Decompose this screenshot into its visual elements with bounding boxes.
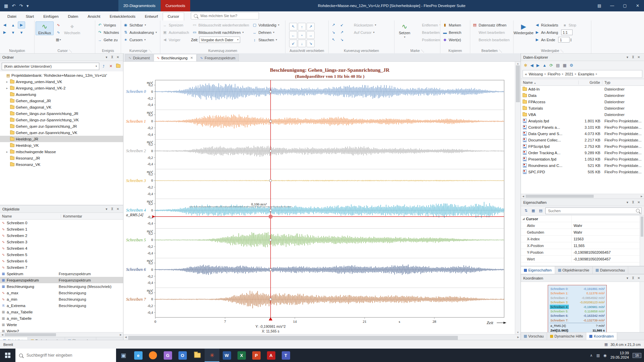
scroll-down-icon[interactable]: ▼ <box>517 331 519 334</box>
folder-tree-item[interactable]: Resonanz_JR <box>0 155 123 161</box>
folder-tree-item[interactable]: Heeldrop_VK <box>0 142 123 148</box>
breadcrumb[interactable]: «Weisang▸FlexPro▸2021▸Examples▸ <box>523 70 642 78</box>
chart-hscrollbar[interactable]: ◀ ▶ <box>123 334 521 340</box>
list-view-icon[interactable]: ▤ <box>556 63 559 68</box>
new-folder-icon[interactable] <box>115 64 121 68</box>
teams-icon[interactable]: T <box>278 349 293 362</box>
ribbon-button-positionieren[interactable]: Positionieren <box>415 36 440 43</box>
object-list-row[interactable]: ▦SpektrumFrequenzspektrum <box>0 270 123 277</box>
spin-down-icon[interactable]: ▼ <box>570 40 572 42</box>
ribbon-icon-button[interactable]: ∿ <box>55 29 62 36</box>
scroll-up-icon[interactable]: ▲ <box>517 62 519 65</box>
panel-close-icon[interactable]: ✕ <box>115 55 121 59</box>
folder-tree-item[interactable]: ▸Anregung_unten-Hand_VK <box>0 78 123 85</box>
object-list-row[interactable]: ▦BeschleunigungBeschleunigung (Messschri… <box>0 283 123 290</box>
ribbon-button-bereich-bearbeiten[interactable]: Bereich bearbeiten <box>471 36 511 43</box>
tab-vorschau[interactable]: Vorschau <box>521 333 547 340</box>
delete-folder-icon[interactable]: ✕ <box>108 64 114 68</box>
pan-arrow-icon[interactable]: ← <box>289 31 297 39</box>
property-row[interactable]: X-Index11563 <box>521 236 644 242</box>
property-row[interactable]: AktivWahr <box>521 222 644 229</box>
panel-menu-icon[interactable]: ▾ <box>625 55 630 59</box>
acrobat-icon[interactable]: A <box>264 349 278 362</box>
activate-folder-icon[interactable]: ⤴ <box>100 64 107 68</box>
volume-icon[interactable]: ◉ <box>603 353 607 358</box>
word-icon[interactable]: W <box>219 349 234 362</box>
ribbon-tab-einfügen[interactable]: Einfügen <box>39 13 63 20</box>
property-row[interactable]: Y-Position-0,1909810502065457 <box>521 249 644 256</box>
close-tab-icon[interactable]: ✕ <box>190 56 193 60</box>
ribbon-button-cursorn[interactable]: ∗Cursorn▾ <box>122 36 158 43</box>
object-list-hscrollbar[interactable]: ◀ ▶ <box>0 332 123 337</box>
panel-close-icon[interactable]: ✕ <box>636 55 642 59</box>
ribbon-button-nächstes[interactable]: ↷Nächstes <box>96 29 120 36</box>
object-list-row[interactable]: ▦Werte2 <box>0 328 123 332</box>
undo-icon[interactable]: ↶ <box>12 3 15 8</box>
object-list-row[interactable]: ∿a_maxBeschleunigung <box>0 290 123 296</box>
close-icon[interactable]: ✕ <box>631 3 644 8</box>
expander-icon[interactable]: ▸ <box>5 86 9 90</box>
pan-arrow-icon[interactable]: ↘ <box>307 40 315 47</box>
coordinate-row[interactable]: a_RMS.[4]:? m/s² <box>550 323 605 328</box>
ribbon-button-automatisch[interactable]: ▣Automatisch <box>161 29 190 36</box>
explorer-row[interactable]: Data Query and S...4.073 KBFlexPro Proje… <box>521 130 644 137</box>
explorer-row[interactable]: Order Tracking A...9.289 KBFlexPro Proje… <box>521 149 644 156</box>
ribbon-button-stauchen[interactable]: ↕Stauchen▾ <box>251 36 280 43</box>
pan-arrow-icon[interactable]: ↙ <box>289 40 297 47</box>
ribbon-search-input[interactable] <box>200 13 251 18</box>
ribbon-input[interactable]: 1:1 <box>561 29 573 35</box>
object-list-row[interactable]: ▦FrequenzspektrumFrequenzspektrum <box>0 277 123 283</box>
ribbon-button-gehe-zu[interactable]: →Gehe zu <box>96 36 120 43</box>
property-section[interactable]: ◢Cursor <box>521 216 644 222</box>
ribbon-button-voriges[interactable]: ↶Voriges <box>96 21 120 28</box>
ribbon-button-wert-bearbeiten[interactable]: Wert bearbeiten <box>471 29 511 36</box>
panel-close-icon[interactable]: ✕ <box>636 276 642 280</box>
ribbon-icon-button[interactable]: ∿ <box>55 21 62 28</box>
panel-menu-icon[interactable]: ▾ <box>104 207 109 211</box>
folder-tree-item[interactable]: Gehen_längs-zur-Spannrichtung_VK <box>0 117 123 123</box>
coordinate-row[interactable]: Schreiben 7:-0,132739 m/s² <box>550 318 605 322</box>
pan-arrow-icon[interactable]: ▫ <box>298 31 306 39</box>
ribbon-button-bildausschnitt-nachführen[interactable]: ▭Bildausschnitt nachführen▾ <box>191 29 250 36</box>
panel-menu-icon[interactable]: ▾ <box>625 276 630 280</box>
breadcrumb-item-flexpro[interactable]: FlexPro <box>548 72 560 76</box>
ribbon-icon-button[interactable]: ↗ <box>330 21 337 28</box>
breadcrumb-item-weisang[interactable]: Weisang <box>529 72 543 76</box>
tab-objekthierarchie[interactable]: Objekthierarchie <box>555 266 593 274</box>
tab-koordinaten[interactable]: Koordinaten <box>586 333 617 340</box>
app-icon[interactable]: ▦ <box>4 3 8 8</box>
up-icon[interactable]: ▲ <box>543 63 547 68</box>
object-list-row[interactable]: πa_ExtremaBeschleunigung <box>0 302 123 309</box>
ribbon-search[interactable] <box>191 12 259 19</box>
properties-search-input[interactable] <box>547 208 634 213</box>
coordinate-row[interactable]: Schreiben 0:-0,191891 m/s² <box>550 287 605 291</box>
ribbon-tab-ansicht[interactable]: Ansicht <box>83 13 105 20</box>
folder-tree-item[interactable]: Heeldrop_JR <box>0 136 123 142</box>
explorer-row[interactable]: Control Panels a...3.101 KBFlexPro Proje… <box>521 124 644 130</box>
details-view-icon[interactable]: ▦ <box>563 63 567 68</box>
folder-tree-item[interactable]: Gehen_quer-zur-Spannrichtung_VK <box>0 129 123 136</box>
explorer-row[interactable]: SPC.FPD505 KBFlexPro Projektdate... <box>521 169 644 175</box>
panel-menu-icon[interactable]: ▾ <box>104 55 109 59</box>
ribbon-icon-button[interactable]: ▼ <box>9 29 17 36</box>
ribbon-button-spreizen[interactable]: ↔Spreizen <box>161 21 190 28</box>
properties-vscrollbar[interactable] <box>640 216 644 266</box>
explorer-row[interactable]: FPScript.fpd2.753 KBFlexPro Projektdate.… <box>521 143 644 149</box>
ribbon-icon-button[interactable]: ↘ <box>330 29 337 36</box>
acceleration-chart[interactable]: Beschleunigung: Gehen_längs-zur-Spannric… <box>123 62 516 334</box>
ribbon-button-ein-aus[interactable]: ∿Ein/Aus <box>36 21 54 35</box>
ribbon-icon-button[interactable]: ▶ <box>1 29 8 36</box>
folder-tree-item[interactable]: Resonanz_VK <box>0 161 123 168</box>
explorer-row[interactable]: Analysis.fpd1.801 KBFlexPro Projektdate.… <box>521 118 644 124</box>
ribbon-spinner-value[interactable]: 1 <box>558 37 570 43</box>
data-explorer-hscrollbar[interactable]: ◀ ▶ <box>521 194 644 198</box>
ribbon-icon-button[interactable]: ◀ <box>1 21 8 28</box>
dialog-launcher-icon[interactable]: ⋱ <box>499 49 502 53</box>
ribbon-icon-button[interactable]: ↙ <box>338 21 345 28</box>
dialog-launcher-icon[interactable]: ⋱ <box>149 49 152 53</box>
tab-datenvorschau[interactable]: Datenvorschau <box>593 266 628 274</box>
object-list-row[interactable]: ∿Schreiben 0 <box>0 220 123 226</box>
ribbon-tab-entwurf[interactable]: Entwurf <box>140 13 163 20</box>
coordinate-row[interactable]: Zeit[11.563]:11,565 s <box>550 328 605 332</box>
object-list-row[interactable]: ∿Schreiben 2 <box>0 232 123 239</box>
